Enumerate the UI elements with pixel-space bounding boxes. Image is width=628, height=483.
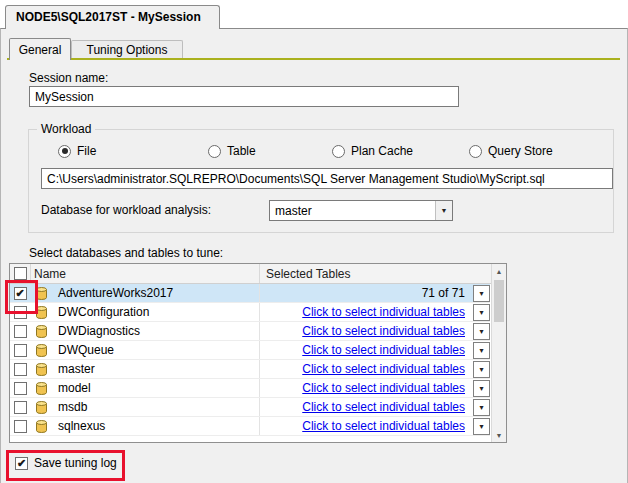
session-name-input[interactable]: MySession xyxy=(29,86,459,107)
row-checkbox[interactable] xyxy=(14,420,27,433)
workload-group-label: Workload xyxy=(37,122,95,136)
row-dropdown-button[interactable]: ▾ xyxy=(473,418,490,435)
row-checkbox[interactable] xyxy=(14,344,27,357)
chevron-down-icon: ▾ xyxy=(479,403,483,412)
tab-tuning-options[interactable]: Tuning Options xyxy=(71,40,183,58)
database-icon xyxy=(30,400,52,415)
column-header-selected-tables[interactable]: Selected Tables xyxy=(259,264,506,283)
session-tab-title: NODE5\SQL2017ST - MySession xyxy=(16,10,201,24)
radio-query-store-label: Query Store xyxy=(488,144,553,158)
radio-query-store[interactable]: Query Store xyxy=(469,144,553,158)
database-name: model xyxy=(52,381,259,395)
row-dropdown-button[interactable]: ▾ xyxy=(473,323,490,340)
select-tables-link[interactable]: Click to select individual tables xyxy=(302,419,465,433)
select-tables-link[interactable]: Click to select individual tables xyxy=(302,381,465,395)
row-dropdown-button[interactable]: ▾ xyxy=(473,361,490,378)
radio-table-label: Table xyxy=(227,144,256,158)
radio-table-dot xyxy=(208,145,221,158)
chevron-down-icon: ▾ xyxy=(479,422,483,431)
database-icon xyxy=(30,419,52,434)
row-checkbox[interactable] xyxy=(14,306,27,319)
table-row[interactable]: DWConfigurationClick to select individua… xyxy=(10,303,490,322)
db-table-body: ✔AdventureWorks201771 of 71▾DWConfigurat… xyxy=(10,284,490,436)
databases-table: Name Selected Tables ✔AdventureWorks2017… xyxy=(9,263,507,443)
scrollbar-thumb[interactable] xyxy=(494,280,504,322)
workload-file-path-input[interactable]: C:\Users\administrator.SQLREPRO\Document… xyxy=(41,168,613,189)
row-dropdown-button[interactable]: ▾ xyxy=(473,380,490,397)
row-dropdown-button[interactable]: ▾ xyxy=(473,304,490,321)
row-checkbox[interactable] xyxy=(14,382,27,395)
radio-file[interactable]: File xyxy=(58,144,96,158)
chevron-down-icon: ▾ xyxy=(479,384,483,393)
database-name: DWDiagnostics xyxy=(52,324,259,338)
table-row[interactable]: modelClick to select individual tables▾ xyxy=(10,379,490,398)
database-combo[interactable]: master ▼ xyxy=(269,200,453,221)
row-checkbox[interactable]: ✔ xyxy=(14,287,27,300)
radio-plan-cache-dot xyxy=(332,145,345,158)
table-header: Name Selected Tables xyxy=(10,264,506,284)
database-icon xyxy=(30,286,52,301)
database-name: DWConfiguration xyxy=(52,305,259,319)
table-row[interactable]: msdbClick to select individual tables▾ xyxy=(10,398,490,417)
row-dropdown-button[interactable]: ▾ xyxy=(473,399,490,416)
scroll-up-icon[interactable]: ▲ xyxy=(492,264,506,278)
row-dropdown-button[interactable]: ▾ xyxy=(473,285,490,302)
database-icon xyxy=(30,324,52,339)
session-document-tab[interactable]: NODE5\SQL2017ST - MySession xyxy=(5,5,220,29)
radio-file-dot xyxy=(58,145,71,158)
selected-tables-count: 71 of 71 xyxy=(422,286,465,300)
database-icon xyxy=(30,343,52,358)
save-tuning-log-checkbox[interactable]: ✔ xyxy=(15,457,28,470)
session-name-label: Session name: xyxy=(29,71,108,85)
database-icon xyxy=(30,305,52,320)
select-tables-link[interactable]: Click to select individual tables xyxy=(302,400,465,414)
row-checkbox[interactable] xyxy=(14,401,27,414)
database-name: sqlnexus xyxy=(52,419,259,433)
chevron-down-icon: ▾ xyxy=(479,346,483,355)
select-tables-link[interactable]: Click to select individual tables xyxy=(302,362,465,376)
save-tuning-log-label: Save tuning log xyxy=(34,456,117,470)
table-row[interactable]: DWQueueClick to select individual tables… xyxy=(10,341,490,360)
tab-general[interactable]: General xyxy=(9,38,71,60)
vertical-scrollbar[interactable]: ▲ ▼ xyxy=(491,264,506,442)
database-name: DWQueue xyxy=(52,343,259,357)
chevron-down-icon[interactable]: ▼ xyxy=(435,201,452,220)
column-header-name[interactable]: Name xyxy=(30,264,259,283)
radio-plan-cache[interactable]: Plan Cache xyxy=(332,144,413,158)
radio-table[interactable]: Table xyxy=(208,144,256,158)
row-dropdown-button[interactable]: ▾ xyxy=(473,342,490,359)
database-name: AdventureWorks2017 xyxy=(52,286,259,300)
select-tables-link[interactable]: Click to select individual tables xyxy=(302,343,465,357)
chevron-down-icon: ▾ xyxy=(479,327,483,336)
chevron-down-icon: ▾ xyxy=(479,365,483,374)
select-tables-link[interactable]: Click to select individual tables xyxy=(302,324,465,338)
select-databases-label: Select databases and tables to tune: xyxy=(29,246,223,260)
row-checkbox[interactable] xyxy=(14,363,27,376)
select-tables-link[interactable]: Click to select individual tables xyxy=(302,305,465,319)
database-name: master xyxy=(52,362,259,376)
tabstrip-accent-line xyxy=(7,58,620,60)
chevron-down-icon: ▾ xyxy=(479,308,483,317)
session-panel: General Tuning Options Session name: MyS… xyxy=(0,28,628,483)
radio-plan-cache-label: Plan Cache xyxy=(351,144,413,158)
table-row[interactable]: sqlnexusClick to select individual table… xyxy=(10,417,490,436)
chevron-down-icon: ▾ xyxy=(479,289,483,298)
database-icon xyxy=(30,362,52,377)
select-all-checkbox[interactable] xyxy=(14,267,27,280)
table-row[interactable]: DWDiagnosticsClick to select individual … xyxy=(10,322,490,341)
database-name: msdb xyxy=(52,400,259,414)
database-for-analysis-label: Database for workload analysis: xyxy=(41,203,211,217)
save-tuning-log[interactable]: ✔ Save tuning log xyxy=(15,456,117,470)
table-row[interactable]: ✔AdventureWorks201771 of 71▾ xyxy=(10,284,490,303)
radio-file-label: File xyxy=(77,144,96,158)
database-icon xyxy=(30,381,52,396)
row-checkbox[interactable] xyxy=(14,325,27,338)
database-combo-value: master xyxy=(270,201,435,220)
table-row[interactable]: masterClick to select individual tables▾ xyxy=(10,360,490,379)
radio-query-store-dot xyxy=(469,145,482,158)
scroll-down-icon[interactable]: ▼ xyxy=(492,428,506,442)
